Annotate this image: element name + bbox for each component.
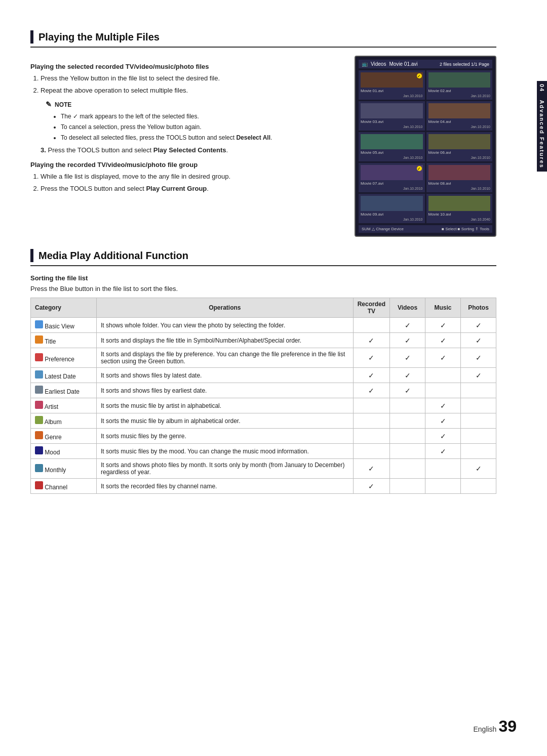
cat-icon-artist bbox=[35, 401, 43, 409]
checkmark-icon: ✓ bbox=[440, 447, 446, 455]
cat-icon-title bbox=[35, 335, 43, 344]
check-music: ✓ bbox=[425, 318, 461, 333]
check-videos: ✓ bbox=[390, 333, 425, 348]
check-music: ✓ bbox=[425, 398, 461, 413]
tv-title-10: Movie 10.avi bbox=[428, 212, 491, 217]
tv-item-9: Movie 09.avi Jan.10.2010 bbox=[359, 194, 425, 223]
cat-icon-basic bbox=[35, 320, 43, 328]
tv-section-label: Videos bbox=[371, 61, 386, 67]
tv-date-6: Jan.10.2010 bbox=[428, 156, 491, 159]
tv-thumb-5 bbox=[361, 134, 423, 149]
tv-title-3: Movie 03.avi bbox=[361, 119, 423, 124]
tv-title-6: Movie 06.avi bbox=[428, 150, 491, 155]
check-music: ✓ bbox=[425, 429, 461, 444]
tv-title-9: Movie 09.avi bbox=[361, 212, 423, 217]
note-block: ✎ NOTE The ✓ mark appears to the left of… bbox=[46, 99, 344, 142]
check-photos: ✓ bbox=[461, 348, 496, 368]
subsection2-steps: While a file list is displayed, move to … bbox=[41, 172, 344, 193]
check-music: ✓ bbox=[425, 444, 461, 459]
checkmark-icon: ✓ bbox=[405, 321, 411, 329]
tv-mockup-container: 📺 Videos Movie 01.avi 2 files selected 1… bbox=[355, 56, 496, 237]
cat-icon-earliest bbox=[35, 386, 43, 394]
checkmark-icon: ✓ bbox=[368, 337, 374, 345]
table-header: Category Operations Recorded TV Videos M… bbox=[31, 298, 496, 318]
page-footer: English 39 bbox=[473, 717, 517, 736]
checkmark-icon: ✓ bbox=[368, 387, 374, 395]
check-music bbox=[425, 368, 461, 383]
tv-item-1: Movie 01.avi Jan.10.2010 bbox=[359, 70, 425, 100]
chapter-number: 04 bbox=[539, 84, 545, 92]
th-music: Music bbox=[425, 298, 461, 318]
step-1: Press the Yellow button in the file list… bbox=[41, 73, 344, 83]
cat-icon-latest bbox=[35, 370, 43, 379]
tv-footer-right: ■ Select ■ Sorting ⇑ Tools bbox=[442, 227, 489, 231]
tv-item-5: Movie 05.avi Jan.10.2010 bbox=[359, 132, 425, 161]
section1-title: Playing the Multiple Files bbox=[38, 31, 160, 43]
step-2: Repeat the above operation to select mul… bbox=[41, 86, 344, 143]
tv-item-4: Movie 04.avi Jan.10.2010 bbox=[426, 101, 493, 131]
section2-bar bbox=[30, 249, 33, 262]
tv-item-7: Movie 07.avi Jan.10.2010 bbox=[359, 163, 425, 192]
checkmark-icon: ✓ bbox=[440, 321, 446, 329]
tv-date-7: Jan.10.2010 bbox=[361, 187, 423, 190]
checkmark-icon: ✓ bbox=[476, 354, 482, 362]
category-label: Title bbox=[45, 338, 56, 345]
tv-header: 📺 Videos Movie 01.avi 2 files selected 1… bbox=[359, 60, 492, 68]
checkmark-icon: ✓ bbox=[476, 371, 482, 380]
table-row: AlbumIt sorts the music file by album in… bbox=[31, 413, 496, 429]
check-videos: ✓ bbox=[390, 318, 425, 333]
check-music: ✓ bbox=[425, 413, 461, 429]
table-row: GenreIt sorts music files by the genre.✓ bbox=[31, 429, 496, 444]
tv-header-left: 📺 Videos Movie 01.avi bbox=[362, 61, 418, 67]
note-item-2: To cancel a selection, press the Yellow … bbox=[61, 122, 344, 132]
check-recordedTV: ✓ bbox=[353, 459, 389, 479]
check-recordedTV bbox=[353, 413, 389, 429]
category-label: Preference bbox=[45, 356, 74, 363]
tv-date-8: Jan.10.2010 bbox=[428, 187, 491, 190]
operations-cell: It sorts the music file by artist in alp… bbox=[97, 398, 354, 413]
tv-title-5: Movie 05.avi bbox=[361, 150, 423, 155]
cat-icon-pref bbox=[35, 353, 43, 361]
tv-item-10: Movie 10.avi Jan.10.2040 bbox=[426, 194, 493, 223]
tv-date-9: Jan.10.2010 bbox=[361, 218, 423, 221]
check-recordedTV: ✓ bbox=[353, 368, 389, 383]
chapter-tab: 04 Advanced Features bbox=[537, 81, 547, 172]
tv-thumb-9 bbox=[361, 196, 423, 211]
checkmark-icon: ✓ bbox=[476, 465, 482, 473]
tv-thumb-10 bbox=[428, 196, 491, 211]
check-recordedTV: ✓ bbox=[353, 479, 389, 494]
header-row: Category Operations Recorded TV Videos M… bbox=[31, 298, 496, 318]
tv-thumb-8 bbox=[428, 165, 491, 180]
note-icon: ✎ bbox=[46, 99, 52, 110]
category-label: Genre bbox=[45, 434, 61, 441]
cat-icon-genre bbox=[35, 431, 43, 439]
subsection2-heading: Playing the recorded TV/video/music/phot… bbox=[30, 161, 344, 169]
tv-mockup: 📺 Videos Movie 01.avi 2 files selected 1… bbox=[355, 56, 496, 237]
check-photos bbox=[461, 479, 496, 494]
check-videos bbox=[390, 479, 425, 494]
tv-footer: SUM △ Change Device ■ Select ■ Sorting ⇑… bbox=[359, 225, 492, 233]
tv-header-right: 2 files selected 1/1 Page bbox=[440, 62, 489, 67]
operations-cell: It sorts the music file by album in alph… bbox=[97, 413, 354, 429]
check-recordedTV: ✓ bbox=[353, 333, 389, 348]
cat-icon-channel bbox=[35, 481, 43, 489]
check-photos bbox=[461, 398, 496, 413]
check-photos: ✓ bbox=[461, 459, 496, 479]
th-recorded-tv: Recorded TV bbox=[353, 298, 389, 318]
top-section: Playing the selected recorded TV/video/m… bbox=[30, 56, 496, 237]
check-videos bbox=[390, 413, 425, 429]
tv-date-1: Jan.10.2010 bbox=[361, 94, 423, 98]
checkmark-icon: ✓ bbox=[476, 337, 482, 345]
check-music bbox=[425, 383, 461, 398]
note-list: The ✓ mark appears to the left of the se… bbox=[61, 112, 344, 142]
th-photos: Photos bbox=[461, 298, 496, 318]
note-title: ✎ NOTE bbox=[46, 99, 344, 110]
check-photos bbox=[461, 383, 496, 398]
check-photos bbox=[461, 444, 496, 459]
tv-thumb-1 bbox=[361, 72, 423, 88]
step3: 3. Press the TOOLS button and select Pla… bbox=[41, 146, 344, 154]
tv-thumb-4 bbox=[428, 103, 491, 118]
checkmark-icon: ✓ bbox=[440, 402, 446, 410]
check-music bbox=[425, 459, 461, 479]
checkmark-icon: ✓ bbox=[368, 465, 374, 473]
